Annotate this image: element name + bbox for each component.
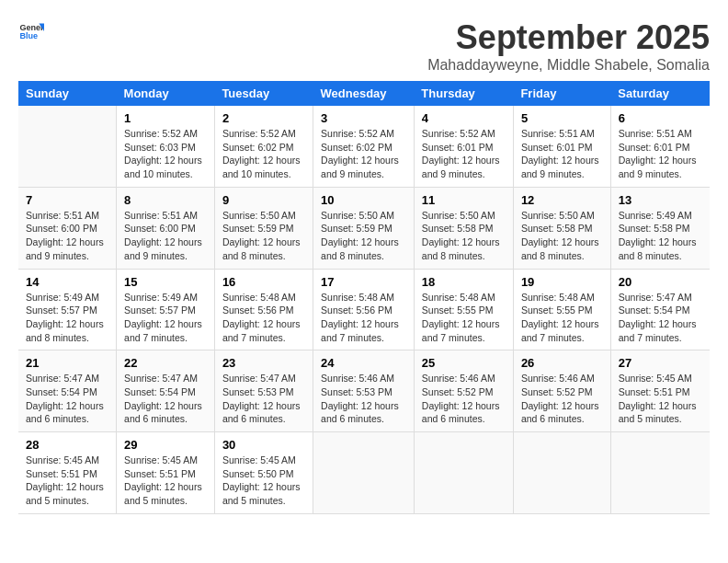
location-subtitle: Mahaddayweyne, Middle Shabele, Somalia [427,57,710,74]
calendar-cell: 1Sunrise: 5:52 AM Sunset: 6:03 PM Daylig… [117,106,215,187]
day-number: 13 [619,193,702,207]
day-number: 16 [222,275,305,289]
calendar-cell: 8Sunrise: 5:51 AM Sunset: 6:00 PM Daylig… [117,187,215,269]
calendar-cell: 13Sunrise: 5:49 AM Sunset: 5:58 PM Dayli… [610,187,710,269]
calendar-header-row: SundayMondayTuesdayWednesdayThursdayFrid… [18,81,710,106]
calendar-cell: 16Sunrise: 5:48 AM Sunset: 5:56 PM Dayli… [214,269,313,350]
cell-info: Sunrise: 5:47 AM Sunset: 5:54 PM Dayligh… [619,291,702,345]
column-header-tuesday: Tuesday [214,81,313,106]
day-number: 23 [222,356,305,370]
column-header-sunday: Sunday [18,81,117,106]
cell-info: Sunrise: 5:47 AM Sunset: 5:54 PM Dayligh… [26,372,108,426]
day-number: 19 [521,275,603,289]
calendar-cell: 10Sunrise: 5:50 AM Sunset: 5:59 PM Dayli… [313,187,415,269]
calendar-cell: 3Sunrise: 5:52 AM Sunset: 6:02 PM Daylig… [313,106,415,187]
column-header-thursday: Thursday [414,81,513,106]
calendar-cell: 18Sunrise: 5:48 AM Sunset: 5:55 PM Dayli… [414,269,513,350]
day-number: 14 [26,275,108,289]
calendar-table: SundayMondayTuesdayWednesdayThursdayFrid… [18,81,710,514]
calendar-cell: 28Sunrise: 5:45 AM Sunset: 5:51 PM Dayli… [18,432,117,514]
cell-info: Sunrise: 5:45 AM Sunset: 5:51 PM Dayligh… [26,454,108,508]
calendar-cell: 27Sunrise: 5:45 AM Sunset: 5:51 PM Dayli… [610,350,710,432]
day-number: 28 [26,438,108,452]
day-number: 2 [222,111,305,125]
cell-info: Sunrise: 5:49 AM Sunset: 5:57 PM Dayligh… [124,291,207,345]
day-number: 18 [422,275,506,289]
cell-info: Sunrise: 5:52 AM Sunset: 6:03 PM Dayligh… [124,127,207,181]
week-row-4: 21Sunrise: 5:47 AM Sunset: 5:54 PM Dayli… [18,350,710,432]
cell-info: Sunrise: 5:51 AM Sunset: 6:01 PM Dayligh… [619,127,702,181]
calendar-cell: 12Sunrise: 5:50 AM Sunset: 5:58 PM Dayli… [513,187,610,269]
cell-info: Sunrise: 5:50 AM Sunset: 5:59 PM Dayligh… [321,209,406,263]
calendar-cell [414,432,513,514]
calendar-cell: 25Sunrise: 5:46 AM Sunset: 5:52 PM Dayli… [414,350,513,432]
cell-info: Sunrise: 5:48 AM Sunset: 5:56 PM Dayligh… [321,291,406,345]
day-number: 12 [521,193,603,207]
day-number: 9 [222,193,305,207]
calendar-cell: 17Sunrise: 5:48 AM Sunset: 5:56 PM Dayli… [313,269,415,350]
day-number: 1 [124,111,207,125]
cell-info: Sunrise: 5:46 AM Sunset: 5:52 PM Dayligh… [521,372,603,426]
calendar-cell: 7Sunrise: 5:51 AM Sunset: 6:00 PM Daylig… [18,187,117,269]
calendar-cell: 9Sunrise: 5:50 AM Sunset: 5:59 PM Daylig… [214,187,313,269]
cell-info: Sunrise: 5:52 AM Sunset: 6:02 PM Dayligh… [222,127,305,181]
cell-info: Sunrise: 5:46 AM Sunset: 5:53 PM Dayligh… [321,372,406,426]
calendar-cell: 15Sunrise: 5:49 AM Sunset: 5:57 PM Dayli… [117,269,215,350]
calendar-cell [513,432,610,514]
cell-info: Sunrise: 5:45 AM Sunset: 5:51 PM Dayligh… [124,454,207,508]
svg-text:Blue: Blue [19,31,38,40]
calendar-cell: 20Sunrise: 5:47 AM Sunset: 5:54 PM Dayli… [610,269,710,350]
day-number: 30 [222,438,305,452]
calendar-cell: 5Sunrise: 5:51 AM Sunset: 6:01 PM Daylig… [513,106,610,187]
column-header-friday: Friday [513,81,610,106]
calendar-cell: 6Sunrise: 5:51 AM Sunset: 6:01 PM Daylig… [610,106,710,187]
day-number: 24 [321,356,406,370]
week-row-2: 7Sunrise: 5:51 AM Sunset: 6:00 PM Daylig… [18,187,710,269]
day-number: 11 [422,193,506,207]
day-number: 17 [321,275,406,289]
day-number: 27 [619,356,702,370]
cell-info: Sunrise: 5:49 AM Sunset: 5:58 PM Dayligh… [619,209,702,263]
cell-info: Sunrise: 5:45 AM Sunset: 5:50 PM Dayligh… [222,454,305,508]
day-number: 5 [521,111,603,125]
calendar-cell [313,432,415,514]
day-number: 21 [26,356,108,370]
cell-info: Sunrise: 5:46 AM Sunset: 5:52 PM Dayligh… [422,372,506,426]
week-row-1: 1Sunrise: 5:52 AM Sunset: 6:03 PM Daylig… [18,106,710,187]
cell-info: Sunrise: 5:52 AM Sunset: 6:02 PM Dayligh… [321,127,406,181]
column-header-monday: Monday [117,81,215,106]
calendar-cell: 4Sunrise: 5:52 AM Sunset: 6:01 PM Daylig… [414,106,513,187]
cell-info: Sunrise: 5:47 AM Sunset: 5:53 PM Dayligh… [222,372,305,426]
cell-info: Sunrise: 5:47 AM Sunset: 5:54 PM Dayligh… [124,372,207,426]
calendar-cell: 19Sunrise: 5:48 AM Sunset: 5:55 PM Dayli… [513,269,610,350]
calendar-cell: 21Sunrise: 5:47 AM Sunset: 5:54 PM Dayli… [18,350,117,432]
page-header: General Blue September 2025 Mahaddayweyn… [18,18,710,74]
calendar-cell: 26Sunrise: 5:46 AM Sunset: 5:52 PM Dayli… [513,350,610,432]
day-number: 8 [124,193,207,207]
week-row-3: 14Sunrise: 5:49 AM Sunset: 5:57 PM Dayli… [18,269,710,350]
day-number: 3 [321,111,406,125]
calendar-cell: 11Sunrise: 5:50 AM Sunset: 5:58 PM Dayli… [414,187,513,269]
calendar-body: 1Sunrise: 5:52 AM Sunset: 6:03 PM Daylig… [18,106,710,513]
logo-icon: General Blue [18,18,44,44]
cell-info: Sunrise: 5:48 AM Sunset: 5:55 PM Dayligh… [521,291,603,345]
cell-info: Sunrise: 5:51 AM Sunset: 6:00 PM Dayligh… [26,209,108,263]
cell-info: Sunrise: 5:52 AM Sunset: 6:01 PM Dayligh… [422,127,506,181]
calendar-cell: 24Sunrise: 5:46 AM Sunset: 5:53 PM Dayli… [313,350,415,432]
calendar-cell: 30Sunrise: 5:45 AM Sunset: 5:50 PM Dayli… [214,432,313,514]
column-header-saturday: Saturday [610,81,710,106]
calendar-cell [18,106,117,187]
day-number: 6 [619,111,702,125]
day-number: 22 [124,356,207,370]
calendar-cell: 23Sunrise: 5:47 AM Sunset: 5:53 PM Dayli… [214,350,313,432]
day-number: 4 [422,111,506,125]
day-number: 25 [422,356,506,370]
cell-info: Sunrise: 5:51 AM Sunset: 6:00 PM Dayligh… [124,209,207,263]
month-title: September 2025 [427,18,710,57]
calendar-cell [610,432,710,514]
cell-info: Sunrise: 5:49 AM Sunset: 5:57 PM Dayligh… [26,291,108,345]
cell-info: Sunrise: 5:48 AM Sunset: 5:56 PM Dayligh… [222,291,305,345]
day-number: 7 [26,193,108,207]
calendar-cell: 29Sunrise: 5:45 AM Sunset: 5:51 PM Dayli… [117,432,215,514]
day-number: 29 [124,438,207,452]
